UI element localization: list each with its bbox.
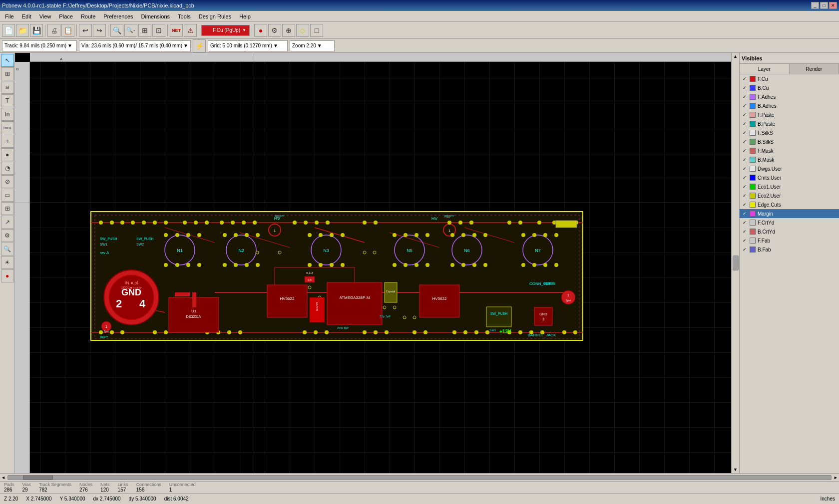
origin-button[interactable]: ◇	[296, 24, 309, 37]
measure-tool[interactable]: In	[1, 108, 14, 121]
pad-settings-button[interactable]: ⊕	[282, 24, 295, 37]
add-footprint-tool[interactable]: ⊞	[1, 202, 14, 215]
route-tracks-tool[interactable]: ⊞	[1, 67, 14, 80]
layer-item[interactable]: ✓F.Paste	[740, 110, 839, 119]
new-button[interactable]: 📄	[2, 24, 15, 37]
zoom-out-button[interactable]: 🔍-	[124, 24, 137, 37]
layer-item[interactable]: ✓Eco1.User	[740, 182, 839, 191]
grid-dropdown[interactable]: Grid: 5.00 mils (0.1270 mm) ▼	[208, 40, 288, 51]
layer-item[interactable]: ✓F.Mask	[740, 146, 839, 155]
layer-checkbox[interactable]: ✓	[742, 202, 748, 208]
scroll-track[interactable]	[7, 475, 832, 480]
search-tool[interactable]: 🔍	[1, 243, 14, 255]
scroll-down-button[interactable]: ▼	[733, 467, 738, 472]
menu-view[interactable]: View	[35, 12, 55, 20]
ruler-tool[interactable]: mm	[1, 121, 14, 134]
layer-checkbox[interactable]: ✓	[742, 211, 748, 217]
layer-item[interactable]: ✓F.Cu	[740, 74, 839, 83]
highlight-net-button[interactable]: ●	[254, 24, 267, 37]
layer-item[interactable]: ✓Edge.Cuts	[740, 200, 839, 209]
menu-place[interactable]: Place	[55, 12, 77, 20]
layer-checkbox[interactable]: ✓	[742, 94, 748, 100]
zoom-custom-button[interactable]: ⊡	[152, 24, 165, 37]
undo-button[interactable]: ↩	[79, 24, 92, 37]
menu-tools[interactable]: Tools	[174, 12, 195, 20]
layer-checkbox[interactable]: ✓	[742, 112, 748, 118]
track-width-dropdown[interactable]: Track: 9.84 mils (0.250 mm) ▼	[2, 40, 77, 51]
add-line-tool[interactable]: ⊘	[1, 175, 14, 188]
plot-button[interactable]: 📋	[61, 24, 74, 37]
menu-edit[interactable]: Edit	[18, 12, 35, 20]
drc-button[interactable]: ⚠	[184, 24, 197, 37]
zoom-in-button[interactable]: 🔍	[110, 24, 123, 37]
add-circle-tool[interactable]: ●	[1, 148, 14, 161]
interactive-router-settings[interactable]: ⚙	[1, 229, 14, 242]
setup-button[interactable]: ⚙	[268, 24, 281, 37]
via-size-dropdown[interactable]: Via: 23.6 mils (0.60 mm)/ 15.7 mils (0.4…	[79, 40, 191, 51]
layer-checkbox[interactable]: ✓	[742, 130, 748, 136]
scroll-up-button[interactable]: ▲	[733, 54, 738, 59]
pcb-canvas[interactable]: A B	[15, 53, 731, 473]
zoom-fit-button[interactable]: ⊞	[138, 24, 151, 37]
redo-button[interactable]: ↪	[93, 24, 106, 37]
horizontal-scrollbar[interactable]: ◄ ►	[0, 473, 839, 481]
layer-checkbox[interactable]: ✓	[742, 229, 748, 235]
layer-item[interactable]: ✓B.CrtYd	[740, 227, 839, 236]
add-text-tool[interactable]: T	[1, 94, 14, 107]
save-button[interactable]: 💾	[30, 24, 43, 37]
layer-checkbox[interactable]: ✓	[742, 157, 748, 163]
layer-checkbox[interactable]: ✓	[742, 184, 748, 190]
menu-design-rules[interactable]: Design Rules	[195, 12, 235, 20]
scroll-thumb[interactable]	[733, 255, 739, 270]
scroll-right-button[interactable]: ►	[834, 475, 838, 480]
layer-item[interactable]: ✓Cmts.User	[740, 173, 839, 182]
add-via-tool[interactable]: +	[1, 135, 14, 148]
layer-item[interactable]: ✓F.SilkS	[740, 128, 839, 137]
maximize-button[interactable]: □	[820, 2, 828, 9]
select-tool[interactable]: ↖	[1, 54, 14, 67]
menu-help[interactable]: Help	[235, 12, 255, 20]
scroll-left-button[interactable]: ◄	[1, 475, 5, 480]
layer-checkbox[interactable]: ✓	[742, 193, 748, 199]
layer-item[interactable]: ✓F.Adhes	[740, 92, 839, 101]
layer-item[interactable]: ✓Dwgs.User	[740, 164, 839, 173]
zoom-dropdown[interactable]: Zoom 2.20 ▼	[290, 40, 335, 51]
scroll-thumb-h[interactable]	[23, 476, 53, 480]
push-route-tool[interactable]: ↗	[1, 216, 14, 229]
layer-item[interactable]: ✓Eco2.User	[740, 191, 839, 200]
layer-checkbox[interactable]: ✓	[742, 148, 748, 154]
tab-layer[interactable]: Layer	[740, 64, 790, 74]
layer-item[interactable]: ✓F.Fab	[740, 236, 839, 245]
layer-checkbox[interactable]: ✓	[742, 175, 748, 181]
minimize-button[interactable]: _	[811, 2, 819, 9]
layer-checkbox[interactable]: ✓	[742, 220, 748, 226]
netlist-button[interactable]: NET	[170, 24, 183, 37]
layer-checkbox[interactable]: ✓	[742, 139, 748, 145]
route-diff-pair-tool[interactable]: ⊟	[1, 81, 14, 94]
layer-checkbox[interactable]: ✓	[742, 121, 748, 127]
layer-item[interactable]: ✓B.Fab	[740, 245, 839, 254]
layer-checkbox[interactable]: ✓	[742, 103, 748, 109]
layer-checkbox[interactable]: ✓	[742, 238, 748, 244]
layer-selector[interactable]: F.Cu (PgUp) ▼	[201, 25, 250, 36]
layer-checkbox[interactable]: ✓	[742, 166, 748, 172]
layer-item[interactable]: ✓B.Paste	[740, 119, 839, 128]
add-arc-tool[interactable]: ◔	[1, 162, 14, 175]
highlight-tool[interactable]: ☀	[1, 256, 14, 269]
vertical-scrollbar[interactable]: ▲ ▼	[731, 53, 739, 473]
3d-view-button[interactable]: □	[310, 24, 323, 37]
print-button[interactable]: 🖨	[47, 24, 60, 37]
layer-item[interactable]: ✓B.Mask	[740, 155, 839, 164]
menu-dimensions[interactable]: Dimensions	[137, 12, 174, 20]
layer-checkbox[interactable]: ✓	[742, 76, 748, 82]
layer-item[interactable]: ✓B.SilkS	[740, 137, 839, 146]
layer-checkbox[interactable]: ✓	[742, 85, 748, 91]
drc-run-button[interactable]: ⚡	[193, 39, 206, 52]
inspect-tool[interactable]: ●	[1, 269, 14, 282]
layer-item[interactable]: ✓F.CrtYd	[740, 218, 839, 227]
tab-render[interactable]: Render	[790, 64, 839, 74]
layer-item[interactable]: ✓B.Adhes	[740, 101, 839, 110]
layer-checkbox[interactable]: ✓	[742, 247, 748, 252]
open-button[interactable]: 📁	[16, 24, 29, 37]
layer-item[interactable]: ✓B.Cu	[740, 83, 839, 92]
